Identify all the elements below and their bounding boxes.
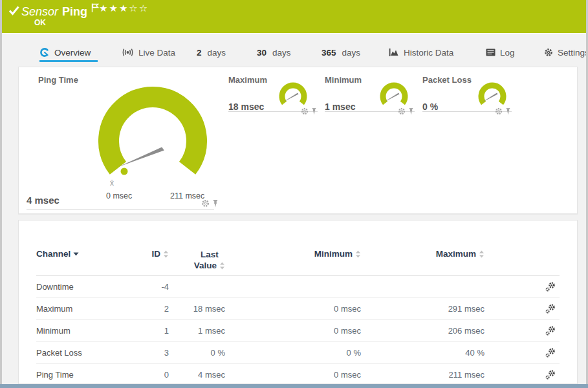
cell-last-value: 4 msec <box>169 370 225 380</box>
table-row[interactable]: Maximum 2 18 msec 0 msec 291 msec <box>36 298 560 320</box>
sensor-type-label: Sensor <box>21 5 58 18</box>
cell-minimum: 0 msec <box>225 326 361 336</box>
column-header-label: Minimum <box>314 249 353 259</box>
mini-gauge-tools <box>495 107 511 115</box>
tab-label: Live Data <box>138 48 175 58</box>
cell-id: 2 <box>133 304 169 314</box>
gear-icon[interactable] <box>201 199 210 208</box>
cell-maximum: 291 msec <box>361 304 485 314</box>
historic-data-icon <box>389 48 399 57</box>
tab-label: days <box>342 48 361 58</box>
mini-gauge-tools <box>398 107 414 115</box>
sensor-header: SensorPing ★★★☆☆ OK <box>2 0 586 33</box>
column-header-label: Value <box>194 260 217 271</box>
tab-number: 365 <box>321 48 336 58</box>
tab-number: 30 <box>257 48 267 58</box>
tab-log[interactable]: Log <box>486 46 515 59</box>
mini-gauge-value: 18 msec <box>228 102 264 112</box>
table-row[interactable]: Packet Loss 3 0 % 0 % 40 % <box>36 342 560 364</box>
live-data-icon <box>122 48 134 57</box>
cell-last-value: 18 msec <box>169 304 225 314</box>
cell-maximum: 206 msec <box>361 326 485 336</box>
tab-settings[interactable]: Settings <box>544 46 588 59</box>
active-tab-underline <box>39 60 98 62</box>
column-header-label: ID <box>152 249 161 259</box>
mini-gauge-title: Packet Loss <box>422 75 472 85</box>
cell-id: 3 <box>133 348 169 358</box>
window-border-left <box>0 0 2 388</box>
gear-icon[interactable] <box>301 107 309 115</box>
channel-settings-icon[interactable] <box>545 325 556 336</box>
channel-settings-icon[interactable] <box>545 281 556 292</box>
table-row[interactable]: Minimum 1 1 msec 0 msec 206 msec <box>36 320 560 342</box>
cell-channel: Packet Loss <box>36 348 133 358</box>
gear-icon[interactable] <box>398 107 406 115</box>
column-header-tools <box>485 249 560 275</box>
mini-gauge-title: Maximum <box>228 75 267 85</box>
log-icon <box>486 48 495 56</box>
cell-minimum: 0 % <box>225 348 361 358</box>
star-rating[interactable]: ★★★☆☆ <box>99 3 149 14</box>
tab-number: 2 <box>197 48 202 58</box>
gauge-scale-max: 211 msec <box>170 191 204 200</box>
pin-icon[interactable] <box>212 199 219 208</box>
table-row[interactable]: Downtime -4 <box>36 276 560 298</box>
cell-minimum: 0 msec <box>225 370 361 380</box>
column-header-label: Last <box>201 250 219 259</box>
sort-arrows-icon <box>163 250 169 258</box>
cell-maximum: 40 % <box>361 348 485 358</box>
table-header-row: Channel ID Last Value <box>36 221 560 276</box>
column-header-label: Maximum <box>436 249 476 259</box>
sort-arrows-icon <box>355 250 361 258</box>
flag-icon[interactable] <box>91 3 99 13</box>
bottom-status-bar <box>0 384 588 388</box>
main-gauge-value: 4 msec <box>27 195 60 206</box>
column-header-label: Channel <box>36 249 71 259</box>
cell-channel: Ping Time <box>36 370 133 380</box>
sort-arrows-icon <box>219 262 225 270</box>
tab-overview[interactable]: Overview <box>39 46 91 59</box>
column-header-maximum[interactable]: Maximum <box>361 249 485 275</box>
mini-gauge-value: 0 % <box>422 102 438 112</box>
tab-historic-data[interactable]: Historic Data <box>389 46 453 59</box>
sensor-name: Ping <box>62 5 87 18</box>
mini-gauge-tools <box>301 107 317 115</box>
tab-label: days <box>208 48 226 58</box>
mean-marker: x̄ <box>110 178 114 188</box>
tab-bar: Overview Live Data 2 days 30 days 365 da… <box>2 33 586 63</box>
channel-settings-icon[interactable] <box>545 369 556 380</box>
prtg-sensor-page: SensorPing ★★★☆☆ OK Overview Live Data 2… <box>0 0 588 388</box>
sort-desc-icon <box>73 252 79 256</box>
tab-label: Overview <box>54 48 91 58</box>
channels-table-panel: Channel ID Last Value <box>18 220 578 384</box>
cell-id: -4 <box>133 282 169 292</box>
gear-icon <box>544 48 553 57</box>
column-header-channel[interactable]: Channel <box>36 249 133 275</box>
cell-last-value: 0 % <box>169 348 225 358</box>
main-gauge-tools <box>201 199 219 208</box>
divider <box>27 209 214 210</box>
sort-arrows-icon <box>479 250 485 258</box>
table-row[interactable]: Ping Time 0 4 msec 0 msec 211 msec <box>36 364 560 385</box>
cell-channel: Minimum <box>36 326 133 336</box>
tab-live-data[interactable]: Live Data <box>122 46 175 59</box>
tab-30-days[interactable]: 30 days <box>257 46 291 59</box>
pin-icon[interactable] <box>408 107 414 115</box>
column-header-id[interactable]: ID <box>133 249 169 275</box>
channels-table: Channel ID Last Value <box>36 221 560 385</box>
mini-gauge-value: 1 msec <box>325 102 355 112</box>
gear-icon[interactable] <box>495 107 503 115</box>
tab-2-days[interactable]: 2 days <box>197 46 226 59</box>
status-badge: OK <box>34 18 46 27</box>
mini-gauge-title: Minimum <box>325 75 362 85</box>
pin-icon[interactable] <box>311 107 317 115</box>
cell-id: 0 <box>133 370 169 380</box>
column-header-last-value[interactable]: Last Value <box>169 249 225 275</box>
tab-label: Log <box>500 48 515 58</box>
channel-settings-icon[interactable] <box>545 347 556 358</box>
pin-icon[interactable] <box>505 107 511 115</box>
tab-365-days[interactable]: 365 days <box>321 46 360 59</box>
status-check-icon <box>8 5 20 16</box>
column-header-minimum[interactable]: Minimum <box>225 249 361 275</box>
channel-settings-icon[interactable] <box>545 303 556 314</box>
